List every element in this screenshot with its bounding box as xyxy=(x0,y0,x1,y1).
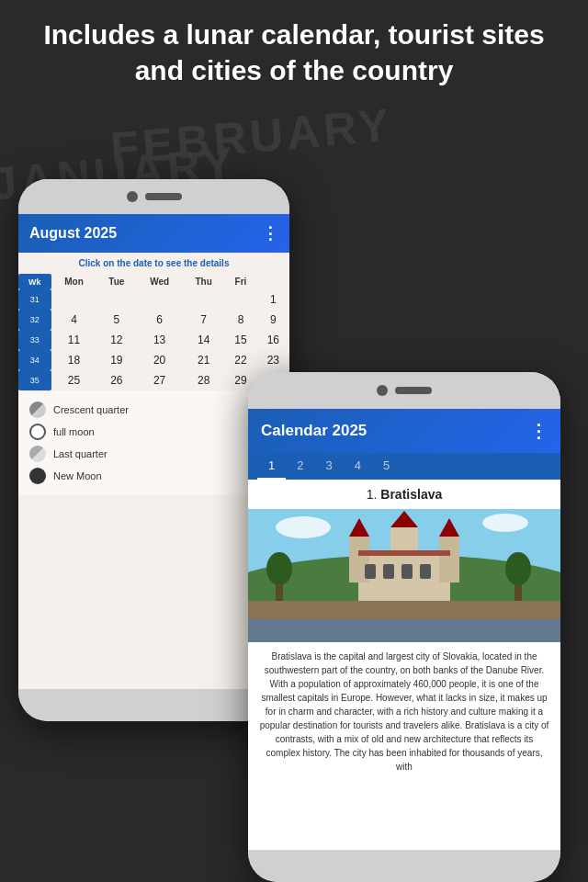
moon-full-item: full moon xyxy=(29,424,278,440)
calendar-day[interactable]: 14 xyxy=(183,330,224,350)
svg-point-19 xyxy=(505,552,531,585)
phone-2-bottom xyxy=(248,850,560,882)
phone-2-camera xyxy=(377,385,388,396)
col-wed: Wed xyxy=(136,274,183,289)
svg-rect-5 xyxy=(439,537,459,582)
calendar-day[interactable]: 13 xyxy=(136,330,183,350)
cal2-menu-icon[interactable]: ⋮ xyxy=(529,420,548,442)
cal2-header: Calendar 2025 ⋮ xyxy=(248,409,560,453)
tab-1[interactable]: 1 xyxy=(257,453,286,480)
bg-february-text: FEBRUARY xyxy=(108,98,395,176)
moon-full-label: full moon xyxy=(53,426,95,437)
week-number: 31 xyxy=(18,289,51,310)
moon-full-icon xyxy=(29,424,46,440)
calendar-day[interactable]: 12 xyxy=(96,330,136,350)
phone-1-notch xyxy=(18,179,289,214)
svg-point-20 xyxy=(276,516,331,538)
week-number: 34 xyxy=(18,350,51,370)
phone-2: Calendar 2025 ⋮ 1 2 3 4 5 1. Bratislava xyxy=(248,372,560,882)
city-number: 1. xyxy=(367,487,378,502)
svg-rect-8 xyxy=(390,527,418,564)
calendar-day[interactable]: 21 xyxy=(183,350,224,370)
moon-last-icon xyxy=(29,446,46,462)
calendar-day xyxy=(224,289,256,310)
tab-4[interactable]: 4 xyxy=(344,453,372,480)
calendar-subtitle: Click on the date to see the details xyxy=(18,253,289,274)
calendar-day[interactable]: 22 xyxy=(224,350,256,370)
calendar-day[interactable]: 25 xyxy=(51,370,97,390)
calendar-day[interactable]: 5 xyxy=(96,310,136,330)
col-fri: Fri xyxy=(224,274,256,289)
calendar-day[interactable]: 9 xyxy=(257,310,289,330)
main-headline: Includes a lunar calendar, tourist sites… xyxy=(0,17,588,88)
phone-1-speaker xyxy=(145,193,182,200)
col-tue: Tue xyxy=(96,274,136,289)
calendar-day[interactable]: 18 xyxy=(51,350,97,370)
calendar-table: Wk Mon Tue Wed Thu Fri 31132456789331112… xyxy=(18,274,289,390)
svg-rect-14 xyxy=(358,550,450,556)
svg-rect-15 xyxy=(248,619,560,642)
city-description: Bratislava is the capital and largest ci… xyxy=(248,642,560,781)
city-name: Bratislava xyxy=(380,487,442,502)
svg-point-21 xyxy=(482,514,528,532)
calendar-day[interactable]: 6 xyxy=(136,310,183,330)
city-image xyxy=(248,509,560,642)
moon-last-item: Last quarter xyxy=(29,446,278,462)
moon-crescent-item: Crescent quarter xyxy=(29,401,278,418)
calendar-day[interactable]: 27 xyxy=(136,370,183,390)
calendar-day[interactable]: 28 xyxy=(183,370,224,390)
week-number: 32 xyxy=(18,310,51,330)
calendar-header: August 2025 ⋮ xyxy=(18,214,289,253)
phone-2-notch xyxy=(248,372,560,409)
tab-2[interactable]: 2 xyxy=(286,453,314,480)
city-title: 1. Bratislava xyxy=(248,480,560,509)
calendar-day[interactable]: 20 xyxy=(136,350,183,370)
week-number: 33 xyxy=(18,330,51,350)
moon-new-icon xyxy=(29,468,46,484)
phone-2-screen: Calendar 2025 ⋮ 1 2 3 4 5 1. Bratislava xyxy=(248,409,560,850)
calendar-day[interactable]: 7 xyxy=(183,310,224,330)
tab-3[interactable]: 3 xyxy=(314,453,343,480)
phone-1-camera xyxy=(127,191,138,202)
calendar-day[interactable]: 19 xyxy=(96,350,136,370)
moon-crescent-icon xyxy=(29,401,46,418)
calendar-day[interactable]: 8 xyxy=(224,310,256,330)
svg-rect-11 xyxy=(383,564,394,579)
cal2-tabs: 1 2 3 4 5 xyxy=(248,453,560,480)
week-number: 35 xyxy=(18,370,51,390)
cal2-title: Calendar 2025 xyxy=(261,422,367,440)
svg-point-17 xyxy=(266,552,292,585)
calendar-title: August 2025 xyxy=(29,225,117,242)
bratislava-svg xyxy=(248,509,560,642)
calendar-day[interactable]: 16 xyxy=(257,330,289,350)
moon-crescent-label: Crescent quarter xyxy=(53,404,129,415)
calendar-day xyxy=(96,289,136,310)
col-mon: Mon xyxy=(51,274,97,289)
col-thu: Thu xyxy=(183,274,224,289)
tab-5[interactable]: 5 xyxy=(372,453,401,480)
calendar-day[interactable]: 26 xyxy=(96,370,136,390)
calendar-day[interactable]: 1 xyxy=(257,289,289,310)
calendar-day[interactable]: 4 xyxy=(51,310,97,330)
svg-rect-13 xyxy=(420,564,431,579)
svg-rect-12 xyxy=(401,564,413,579)
calendar-day[interactable]: 15 xyxy=(224,330,256,350)
moon-new-item: New Moon xyxy=(29,468,278,484)
moon-last-label: Last quarter xyxy=(53,448,107,459)
calendar-day[interactable]: 11 xyxy=(51,330,97,350)
calendar-day xyxy=(183,289,224,310)
calendar-menu-icon[interactable]: ⋮ xyxy=(262,223,278,243)
calendar-day xyxy=(51,289,97,310)
calendar-day[interactable]: 23 xyxy=(257,350,289,370)
svg-rect-10 xyxy=(365,564,376,579)
headline-text: Includes a lunar calendar, tourist sites… xyxy=(43,19,544,85)
moon-new-label: New Moon xyxy=(53,470,102,481)
calendar-day xyxy=(136,289,183,310)
col-wk: Wk xyxy=(18,274,51,289)
phone-2-speaker xyxy=(395,387,432,394)
